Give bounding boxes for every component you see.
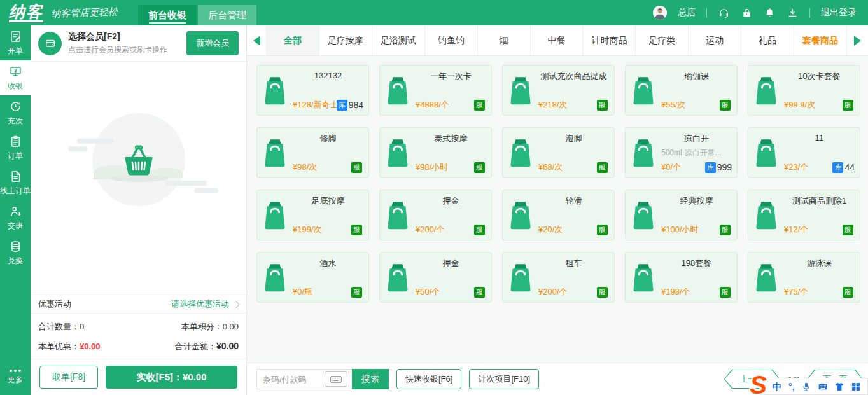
avatar[interactable] <box>653 6 667 20</box>
product-badge: 服 <box>474 162 485 173</box>
category-tab[interactable]: 足浴测试 <box>372 25 424 55</box>
ime-skin-icon[interactable] <box>834 382 844 392</box>
product-grid: 132132 ¥128/新奇士 库 984 <box>247 56 868 363</box>
product-card[interactable]: 泰式按摩 ¥98/小时 服 <box>379 127 492 178</box>
ime-mic-icon[interactable] <box>801 382 811 392</box>
sidebar-item-orders[interactable]: 订单 <box>0 130 31 165</box>
product-card[interactable]: 轮滑 ¥20/次 服 <box>502 190 615 240</box>
total-quantity: 合计数量：0 <box>38 321 139 333</box>
product-bag-icon <box>380 128 416 177</box>
lock-icon[interactable] <box>741 7 753 19</box>
divider <box>706 8 707 18</box>
category-tab[interactable]: 计时商品 <box>582 25 635 55</box>
product-card[interactable]: 押金 ¥200/个 服 <box>379 190 492 240</box>
logout-button[interactable]: 退出登录 <box>821 7 857 18</box>
product-badge: 服 <box>474 100 485 111</box>
product-card[interactable]: 132132 ¥128/新奇士 库 984 <box>256 65 369 116</box>
tab-front-desk-cashier[interactable]: 前台收银 <box>138 5 197 25</box>
product-card[interactable]: 一年一次卡 ¥4888/个 服 <box>379 65 492 116</box>
shift-icon <box>9 205 22 218</box>
online-order-icon <box>9 170 22 183</box>
brand-slogan: 纳客管店更轻松 <box>51 6 118 20</box>
sidebar-item-shift-change[interactable]: 交班 <box>0 200 31 235</box>
quick-cashier-button[interactable]: 快速收银[F6] <box>396 369 461 389</box>
product-card[interactable]: 凉白开 500mL凉白开常... ¥0/个 库 999 <box>625 127 738 178</box>
prev-arrow-icon <box>253 36 260 46</box>
prev-category-arrow[interactable] <box>247 25 266 55</box>
virtual-keyboard-icon[interactable] <box>325 371 347 387</box>
product-card[interactable]: 10次卡套餐 ¥99.9/次 服 <box>748 65 860 116</box>
product-card[interactable]: 押金 ¥50/个 服 <box>379 252 492 303</box>
category-tab[interactable]: 钓鱼钓 <box>424 25 477 55</box>
promo-row: 优惠活动 请选择优惠活动 <box>31 295 246 313</box>
product-card[interactable]: 11 ¥23/个 库 44 <box>748 127 860 178</box>
category-tab[interactable]: 礼品 <box>741 25 794 55</box>
search-button[interactable]: 搜索 <box>352 369 389 389</box>
tab-backend-management[interactable]: 后台管理 <box>198 5 256 25</box>
product-card[interactable]: 经典按摩 ¥100/小时 服 <box>625 190 738 240</box>
ime-toolbox-icon[interactable] <box>851 382 861 392</box>
category-bar: 全部 足疗按摩 足浴测试 钓鱼钓 烟 中餐 计时商品 足疗类 运动 <box>247 25 868 56</box>
sogou-logo[interactable]: S <box>750 375 767 395</box>
sidebar-item-open-order[interactable]: 开单 <box>0 25 31 60</box>
next-category-arrow[interactable] <box>846 25 868 55</box>
category-tab[interactable]: 中餐 <box>530 25 583 55</box>
ime-punctuation-toggle[interactable]: °, <box>788 382 795 391</box>
product-card[interactable]: 198套餐 ¥198/个 服 <box>625 252 738 303</box>
hold-order-button[interactable]: 取单[F8] <box>39 366 98 389</box>
promo-select-link[interactable]: 请选择优惠活动 <box>171 298 239 310</box>
product-card-body: 修脚 ¥98/次 服 <box>293 128 368 177</box>
product-price: ¥98/次 <box>293 162 317 173</box>
product-card[interactable]: 酒水 ¥0/瓶 服 <box>256 252 369 303</box>
order-amount-label: 合计金额： <box>175 342 216 351</box>
product-bag-icon <box>626 190 661 240</box>
product-card[interactable]: 泡脚 ¥68/次 服 <box>502 127 615 178</box>
product-card[interactable]: 租车 ¥200/个 服 <box>502 252 615 303</box>
add-member-button[interactable]: 新增会员 <box>186 31 239 55</box>
product-badge: 服 <box>351 287 362 298</box>
promo-label: 优惠活动 <box>38 298 71 310</box>
sidebar-item-recharge-times[interactable]: 充次 <box>0 95 31 130</box>
product-card[interactable]: 测试商品删除1 ¥12/个 服 <box>748 190 860 240</box>
product-badge: 服 <box>843 287 853 298</box>
category-tab[interactable]: 全部 <box>266 25 319 55</box>
bell-icon[interactable] <box>764 7 776 19</box>
category-tab[interactable]: 运动 <box>688 25 741 55</box>
product-name: 132132 <box>293 71 363 80</box>
checkout-button[interactable]: 实收[F5]：¥0.00 <box>106 366 237 389</box>
product-badge: 服 <box>597 162 608 173</box>
ime-keyboard-icon[interactable] <box>818 382 828 392</box>
category-tab[interactable]: 足疗类 <box>635 25 688 55</box>
sidebar-item-more[interactable]: 更多 <box>0 366 31 395</box>
category-tab[interactable]: 套餐商品 <box>794 25 846 55</box>
store-name[interactable]: 总店 <box>678 7 696 18</box>
sidebar-item-label: 线上订单 <box>0 186 31 197</box>
sidebar-item-label: 收银 <box>8 81 23 92</box>
barcode-input[interactable] <box>257 370 325 388</box>
order-discount-label: 本单优惠： <box>38 342 80 351</box>
product-card-bottom: ¥100/小时 服 <box>661 224 732 235</box>
product-card[interactable]: 瑜伽课 ¥55/次 服 <box>625 65 738 116</box>
sidebar-item-online-orders[interactable]: 线上订单 <box>0 165 31 200</box>
category-tab[interactable]: 烟 <box>477 25 530 55</box>
product-bag-icon <box>626 128 661 177</box>
count-item-button[interactable]: 计次项目[F10] <box>469 369 539 389</box>
category-tab[interactable]: 足疗按摩 <box>319 25 372 55</box>
product-card[interactable]: 足底按摩 ¥199/次 服 <box>256 190 369 240</box>
member-select-header[interactable]: 选择会员[F2] 点击进行会员搜索或刷卡操作 新增会员 <box>31 25 246 62</box>
product-card-bottom: ¥198/个 服 <box>661 286 732 298</box>
product-card[interactable]: 测试充次商品提成 ¥218/次 服 <box>502 65 615 116</box>
top-nav-tabs: 前台收银 后台管理 <box>138 5 256 25</box>
sidebar-item-cashier[interactable]: ¥ 收银 <box>0 60 31 95</box>
product-card-bottom: ¥128/新奇士 库 984 <box>293 99 363 111</box>
headset-icon[interactable] <box>718 7 730 19</box>
product-badge: 服 <box>597 100 608 111</box>
product-card[interactable]: 游泳课 ¥75/个 服 <box>748 252 860 303</box>
product-card-bottom: ¥55/次 服 <box>661 99 732 111</box>
sidebar-item-exchange[interactable]: 兑换 <box>0 235 31 270</box>
brand-logo-text: 纳客 <box>9 3 43 22</box>
product-card[interactable]: 修脚 ¥98/次 服 <box>256 127 369 178</box>
product-name: 测试充次商品提成 <box>538 71 609 82</box>
ime-language-toggle[interactable]: 中 <box>773 382 782 391</box>
download-icon[interactable] <box>787 7 799 19</box>
